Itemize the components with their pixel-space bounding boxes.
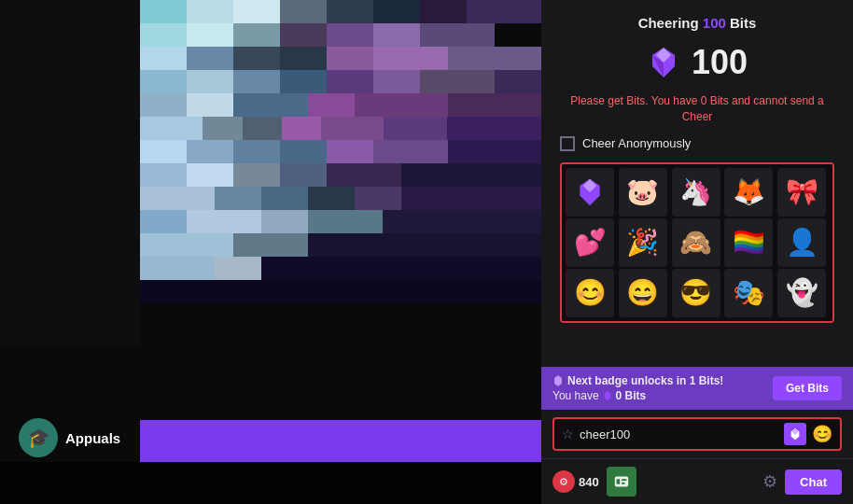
bottom-badge: ⚙ 840 [552,470,599,493]
chat-text-input[interactable] [580,427,778,441]
cheer-anon-label: Cheer Anonymously [582,136,691,150]
svg-marker-7 [604,391,610,400]
logo-area: 🎓 Appuals [19,418,120,457]
svg-rect-11 [616,479,620,483]
bits-warning-text: Please get Bits. You have 0 Bits and can… [560,93,834,125]
bits-cheer-icon[interactable] [784,423,806,445]
svg-marker-6 [554,375,562,386]
chat-input-area: ☆ 😊 [541,410,853,458]
bits-cheer-gem-icon [789,427,802,441]
emote-grid: 🐷 🦄 🦊 🎀 💕 🎉 🙈 🏳️‍🌈 👤 😊 😄 😎 🎭 👻 [562,164,832,321]
emote-face2[interactable]: 😄 [619,269,667,317]
badge-gem-icon [552,375,564,386]
get-bits-button[interactable]: Get Bits [773,376,842,400]
emote-face5[interactable]: 👻 [777,269,826,317]
cheer-anon-row: Cheer Anonymously [560,136,834,151]
video-player: 🎓 Appuals [0,0,541,504]
svg-rect-12 [622,479,626,481]
emote-grid-container: 🐷 🦄 🦊 🎀 💕 🎉 🙈 🏳️‍🌈 👤 😊 😄 😎 🎭 👻 [560,162,834,323]
badge-icon-red: ⚙ [552,470,575,493]
emote-face1[interactable]: 😊 [566,269,614,317]
emote-bow[interactable]: 🎀 [777,168,826,217]
emote-person[interactable]: 👤 [777,218,826,267]
video-controls-bar [0,462,541,504]
emote-monkey[interactable]: 🙈 [672,218,720,267]
cheering-title: Cheering 100 Bits [560,15,834,32]
settings-icon[interactable]: ⚙ [762,471,777,492]
logo-text: Appuals [65,430,120,446]
emoji-picker-icon[interactable]: 😊 [812,424,832,444]
logo-icon: 🎓 [19,418,58,457]
emote-face3[interactable]: 😎 [672,269,720,317]
emote-party[interactable]: 🎉 [619,218,667,267]
chat-bottom-bar: ⚙ 840 ⚙ Chat [541,458,853,504]
badge-have-gem-icon [603,391,612,400]
cheering-panel: Cheering 100 Bits 100 Please get Bits. Y… [541,0,853,504]
channel-points-icon [613,473,630,490]
channel-points-icon-btn[interactable] [607,467,636,497]
bits-amount-display: 100 [560,43,834,82]
badge-number: 840 [579,475,599,489]
chat-button[interactable]: Chat [785,469,842,495]
chat-input-wrapper: ☆ 😊 [552,417,842,451]
emote-face4[interactable]: 🎭 [724,269,773,317]
emote-rainbow[interactable]: 🏳️‍🌈 [724,218,773,267]
badge-next-text: Next badge unlocks in 1 Bits! [552,374,723,387]
gem-icon [647,46,680,79]
badge-banner: Next badge unlocks in 1 Bits! You have 0… [541,367,853,410]
cheer-anon-checkbox[interactable] [560,136,575,151]
star-icon: ☆ [562,427,574,441]
badge-have-text: You have 0 Bits [552,389,723,402]
emote-fox[interactable]: 🦊 [724,168,773,217]
emote-gem[interactable] [566,168,614,217]
svg-rect-13 [622,483,625,484]
emote-hearts[interactable]: 💕 [566,218,614,267]
emote-unicorn[interactable]: 🦄 [672,168,720,217]
emote-piggy[interactable]: 🐷 [619,168,667,217]
